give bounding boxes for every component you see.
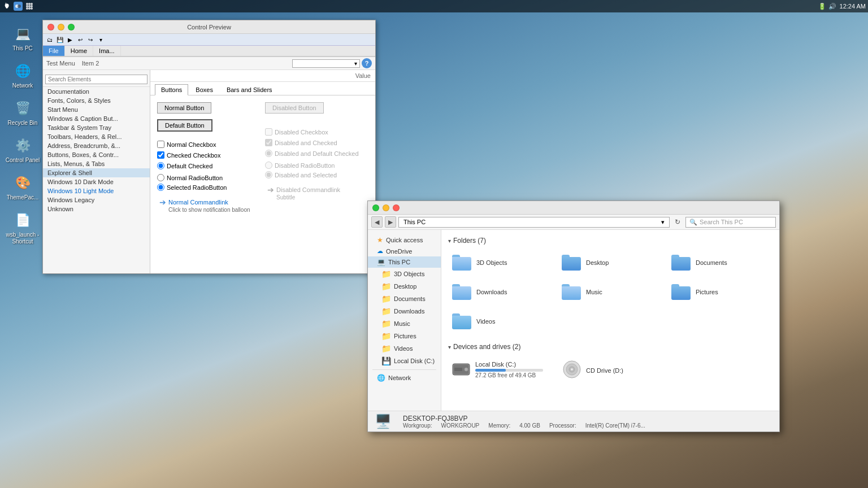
dropdown-bar[interactable]: ▾ [292, 59, 360, 68]
fe-minimize-button[interactable] [383, 204, 389, 211]
help-button[interactable]: ? [362, 58, 372, 68]
cd-icon [562, 360, 581, 381]
folder-music-icon: 📁 [381, 319, 391, 328]
folder-item-documents[interactable]: Documents [667, 250, 772, 275]
apple-icon[interactable] [2, 2, 11, 11]
fe-forward-button[interactable]: ▶ [385, 216, 396, 228]
fe-refresh-button[interactable]: ↻ [672, 216, 683, 228]
wsb-icon: 📄 [12, 210, 33, 230]
folder-item-3dobjects[interactable]: 3D Objects [448, 250, 553, 275]
downloads-sidebar-label: Downloads [394, 308, 424, 315]
sidebar-item-win10dark[interactable]: Windows 10 Dark Mode [43, 177, 150, 186]
videos-label: Videos [394, 345, 413, 352]
toolbar-btn-4[interactable]: ↩ [76, 35, 85, 44]
menu-test[interactable]: Test Menu [46, 60, 75, 67]
tab-image[interactable]: Ima... [93, 46, 121, 56]
toolbar-btn-1[interactable]: 🗂 [45, 35, 54, 44]
fe-close-button[interactable] [393, 204, 400, 211]
sidebar-documents[interactable]: 📁 Documents [368, 293, 441, 305]
workgroup-value: WORKGROUP [441, 422, 480, 429]
tab-boxes[interactable]: Boxes [189, 84, 219, 95]
sidebar-music[interactable]: 📁 Music [368, 317, 441, 330]
sidebar-item-win10light[interactable]: Windows 10 Light Mode [43, 186, 150, 195]
sidebar-item-lists[interactable]: Lists, Menus, & Tabs [43, 159, 150, 168]
disabled-commandlink: ➔ Disabled Commandlink Subtitle [265, 183, 368, 203]
buttons-section: Normal Button [157, 102, 261, 114]
sidebar-quickaccess[interactable]: ★ Quick access [368, 234, 441, 246]
selected-radio[interactable] [157, 184, 164, 191]
folder-item-pictures[interactable]: Pictures [667, 280, 772, 304]
sidebar-item-windowscaption[interactable]: Windows & Caption But... [43, 114, 150, 123]
desktop-icon-recycle[interactable]: 🗑️ Recycle Bin [2, 96, 43, 129]
finder-icon[interactable] [14, 2, 23, 11]
sidebar-desktop[interactable]: 📁 Desktop [368, 280, 441, 293]
sidebar-pictures[interactable]: 📁 Pictures [368, 330, 441, 342]
workgroup-label: Workgroup: [403, 422, 432, 429]
sidebar-item-buttons[interactable]: Buttons, Boxes, & Contr... [43, 150, 150, 159]
sidebar-item-startmenu[interactable]: Start Menu [43, 105, 150, 114]
default-button[interactable]: Default Button [157, 119, 212, 132]
normal-radio[interactable] [157, 174, 164, 181]
toolbar-btn-2[interactable]: 💾 [55, 35, 64, 44]
toolbar-btn-3[interactable]: ▶ [66, 35, 75, 44]
search-input[interactable] [45, 75, 147, 84]
normal-button[interactable]: Normal Button [157, 102, 211, 114]
launchpad-icon[interactable] [25, 2, 34, 11]
taskbar-left [2, 2, 34, 11]
pictures-item-label: Pictures [696, 289, 718, 295]
sidebar-item-explorer[interactable]: Explorer & Shell [43, 168, 150, 177]
desktop-icon-controlpanel[interactable]: ⚙️ Control Panel [2, 133, 43, 166]
drive-item-c[interactable]: Local Disk (C:) 27.2 GB free of 49.4 GB [448, 356, 550, 384]
tab-bars[interactable]: Bars and Sliders [220, 84, 279, 95]
toolbar-btn-6[interactable]: ▾ [96, 35, 105, 44]
folder-item-desktop[interactable]: Desktop [558, 250, 663, 275]
sidebar-item-taskbar[interactable]: Taskbar & System Tray [43, 123, 150, 132]
desktop-icon-thispc[interactable]: 💻 This PC [2, 21, 43, 54]
normal-commandlink[interactable]: ➔ Normal Commandlink Click to show notif… [157, 195, 261, 215]
sidebar-item-unknown[interactable]: Unknown [43, 204, 150, 213]
folder-item-videos[interactable]: Videos [448, 309, 553, 334]
drive-item-d[interactable]: CD Drive (D:) [559, 356, 627, 384]
sidebar-item-legacy[interactable]: Windows Legacy [43, 195, 150, 204]
cp-content-header: Value [150, 70, 375, 82]
tab-home[interactable]: Home [65, 46, 93, 56]
commandlink-title-text: Normal Commandlink [168, 199, 228, 206]
sidebar-3dobjects[interactable]: 📁 3D Objects [368, 268, 441, 280]
sidebar-item-fonts[interactable]: Fonts, Colors, & Styles [43, 96, 150, 105]
fe-address-bar[interactable]: This PC ▾ [398, 217, 670, 228]
fe-back-button[interactable]: ◀ [371, 216, 383, 228]
normal-checkbox[interactable] [157, 141, 164, 148]
menu-item2[interactable]: Item 2 [82, 60, 99, 67]
recycle-bin-icon: 🗑️ [12, 98, 33, 119]
selected-radio-item: Selected RadioButton [157, 184, 261, 191]
tab-buttons[interactable]: Buttons [155, 84, 188, 95]
desktop-icon-wsb[interactable]: 📄 wsb_launch - Shortcut [2, 208, 43, 247]
folder-item-downloads[interactable]: Downloads [448, 280, 553, 304]
sidebar-downloads[interactable]: 📁 Downloads [368, 305, 441, 317]
fe-search-bar[interactable]: 🔍 Search This PC [685, 217, 776, 228]
sidebar-item-documentation[interactable]: Documentation [43, 87, 150, 96]
desktop-icon-network[interactable]: 🌐 Network [2, 59, 43, 91]
folder-item-music[interactable]: Music [558, 280, 663, 304]
sidebar-localdisk[interactable]: 💾 Local Disk (C:) [368, 355, 441, 367]
minimize-button[interactable] [58, 24, 64, 30]
checked-checkbox-item: Checked Checkbox [157, 151, 261, 159]
disabled-default-radio [265, 150, 272, 157]
tab-file[interactable]: File [43, 46, 65, 56]
sidebar-thispc[interactable]: 💻 This PC [368, 256, 441, 268]
maximize-button[interactable] [68, 24, 75, 30]
fe-maximize-button[interactable] [372, 204, 379, 211]
sidebar-network[interactable]: 🌐 Network [368, 372, 441, 384]
checked-checkbox[interactable] [157, 151, 164, 159]
close-button[interactable] [47, 24, 54, 30]
svg-point-4 [28, 3, 31, 5]
sidebar-item-toolbars[interactable]: Toolbars, Headers, & Rel... [43, 132, 150, 141]
toolbar-btn-5[interactable]: ↪ [86, 35, 95, 44]
desktop-icon-themepac[interactable]: 🎨 ThemePac... [2, 171, 43, 203]
default-checked-radio[interactable] [157, 162, 164, 169]
localdisk-label: Local Disk (C:) [394, 358, 435, 364]
sidebar-item-address[interactable]: Address, Breadcrumb, &... [43, 141, 150, 150]
default-checked-label: Default Checked [167, 163, 212, 169]
sidebar-videos[interactable]: 📁 Videos [368, 342, 441, 355]
sidebar-onedrive[interactable]: ☁ OneDrive [368, 246, 441, 256]
